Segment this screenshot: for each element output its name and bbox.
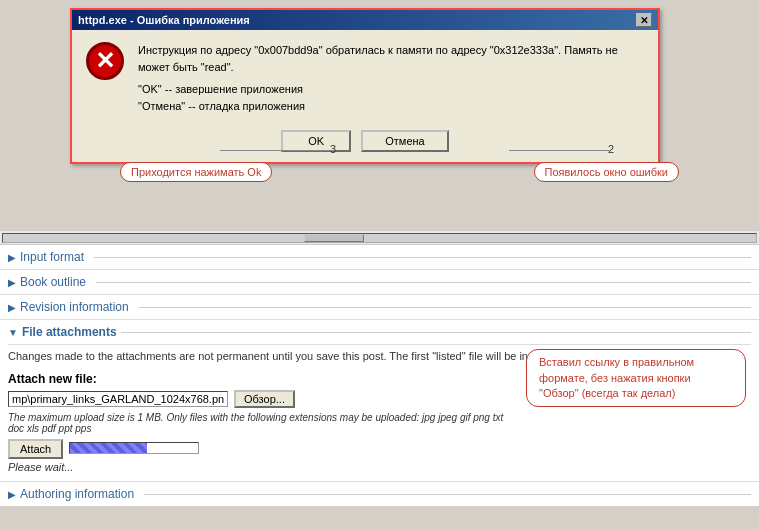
bottom-left: Attach new file: Обзор... The maximum up… bbox=[8, 368, 521, 473]
input-format-line bbox=[94, 257, 751, 258]
browse-button[interactable]: Обзор... bbox=[234, 390, 295, 408]
bottom-section: Attach new file: Обзор... The maximum up… bbox=[8, 368, 751, 473]
cancel-button[interactable]: Отмена bbox=[361, 130, 448, 152]
progress-bar-fill bbox=[70, 443, 147, 453]
connector-line-left bbox=[220, 150, 335, 151]
file-attachments-line bbox=[121, 332, 751, 333]
revision-info-label: Revision information bbox=[20, 300, 129, 314]
bottom-right: 1 Вставил ссылку в правильном формате, б… bbox=[521, 368, 751, 388]
authoring-info-line bbox=[144, 494, 751, 495]
input-format-section[interactable]: ▶ Input format bbox=[0, 245, 759, 270]
book-outline-label: Book outline bbox=[20, 275, 86, 289]
file-attachments-header[interactable]: ▼ File attachments bbox=[8, 320, 751, 345]
dialog-close-button[interactable]: ✕ bbox=[636, 13, 652, 27]
book-outline-line bbox=[96, 282, 751, 283]
book-outline-section[interactable]: ▶ Book outline bbox=[0, 270, 759, 295]
bottom-callout: Вставил ссылку в правильном формате, без… bbox=[526, 349, 746, 407]
dialog-body: ✕ Инструкция по адресу "0x007bdd9a" обра… bbox=[72, 30, 658, 162]
revision-info-section[interactable]: ▶ Revision information bbox=[0, 295, 759, 320]
horizontal-scrollbar[interactable] bbox=[0, 230, 759, 244]
file-attachments-arrow: ▼ bbox=[8, 327, 18, 338]
callout-left: Приходится нажимать Ok bbox=[120, 162, 272, 182]
authoring-info-section[interactable]: ▶ Authoring information bbox=[0, 481, 759, 506]
progress-row: Attach bbox=[8, 436, 521, 459]
callout-number-2: 2 bbox=[608, 143, 614, 155]
dialog-title: httpd.exe - Ошибка приложения bbox=[78, 14, 250, 26]
callout-number-3: 3 bbox=[330, 143, 336, 155]
authoring-info-label: Authoring information bbox=[20, 487, 134, 501]
connector-line-right bbox=[509, 150, 609, 151]
scrollbar-track[interactable] bbox=[2, 233, 757, 243]
ok-button[interactable]: OK bbox=[281, 130, 351, 152]
please-wait-text: Please wait... bbox=[8, 461, 521, 473]
attach-row: Attach new file: bbox=[8, 372, 521, 386]
dialog-buttons: OK Отмена bbox=[86, 130, 644, 152]
callout-right: Появилось окно ошибки bbox=[534, 162, 679, 182]
dialog-message-line1: Инструкция по адресу "0x007bdd9a" обрати… bbox=[138, 42, 644, 75]
callout-left-text: Приходится нажимать Ok bbox=[131, 166, 261, 178]
dialog-message: Инструкция по адресу "0x007bdd9a" обрати… bbox=[138, 42, 644, 114]
scrollbar-thumb[interactable] bbox=[304, 234, 364, 242]
revision-info-arrow: ▶ bbox=[8, 302, 16, 313]
upload-info: The maximum upload size is 1 MB. Only fi… bbox=[8, 412, 521, 434]
error-icon: ✕ bbox=[86, 42, 126, 82]
top-area: httpd.exe - Ошибка приложения ✕ ✕ Инстру… bbox=[0, 0, 759, 230]
file-input-row: Обзор... bbox=[8, 390, 521, 408]
input-format-arrow: ▶ bbox=[8, 252, 16, 263]
attach-button[interactable]: Attach bbox=[8, 439, 63, 459]
error-icon-circle: ✕ bbox=[86, 42, 124, 80]
file-input[interactable] bbox=[8, 391, 228, 407]
input-format-label: Input format bbox=[20, 250, 84, 264]
book-outline-arrow: ▶ bbox=[8, 277, 16, 288]
dialog-message-line2: "OK" -- завершение приложения bbox=[138, 81, 644, 98]
dialog-message-line3: "Отмена" -- отладка приложения bbox=[138, 98, 644, 115]
error-x: ✕ bbox=[95, 47, 115, 75]
file-attachments-label: File attachments bbox=[22, 325, 117, 339]
bottom-area: ▶ Input format ▶ Book outline ▶ Revision… bbox=[0, 244, 759, 506]
authoring-info-arrow: ▶ bbox=[8, 489, 16, 500]
attach-label: Attach new file: bbox=[8, 372, 97, 386]
error-dialog: httpd.exe - Ошибка приложения ✕ ✕ Инстру… bbox=[70, 8, 660, 164]
revision-info-line bbox=[139, 307, 751, 308]
callout-right-text: Появилось окно ошибки bbox=[545, 166, 668, 178]
dialog-content-row: ✕ Инструкция по адресу "0x007bdd9a" обра… bbox=[86, 42, 644, 114]
dialog-titlebar: httpd.exe - Ошибка приложения ✕ bbox=[72, 10, 658, 30]
bottom-callout-text: Вставил ссылку в правильном формате, без… bbox=[539, 356, 694, 399]
progress-bar-container bbox=[69, 442, 199, 454]
file-attachments-section: ▼ File attachments Changes made to the a… bbox=[0, 320, 759, 481]
